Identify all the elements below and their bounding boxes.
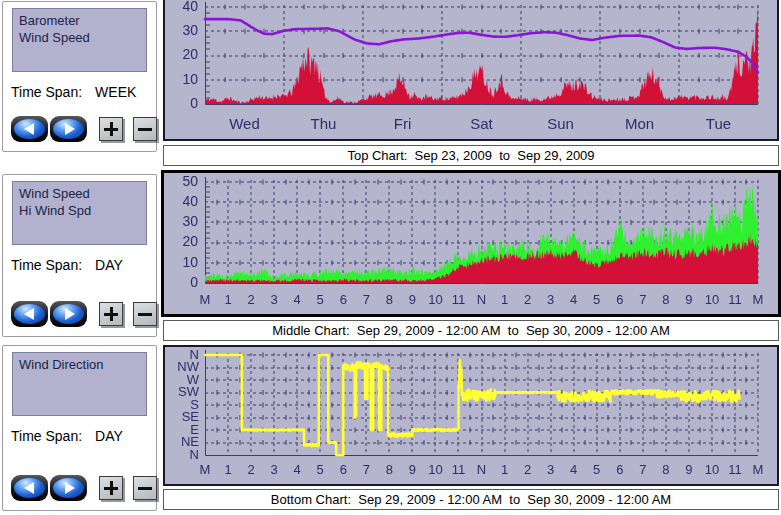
sensor-name: Wind Direction [19, 356, 140, 373]
chart-nav-buttons [11, 301, 157, 327]
timespan-row: Time Span:DAY [11, 428, 156, 444]
sensor-name: Wind Speed [19, 29, 140, 46]
chart-nav-buttons [11, 475, 157, 501]
minus-icon [138, 313, 152, 316]
sensor-legend-box[interactable]: Wind Speed Hi Wind Spd [12, 181, 147, 245]
sensor-name: Wind Speed [19, 185, 140, 202]
control-card-bottom-chart: Wind Direction Time Span:DAY [2, 345, 157, 511]
bottom-chart-winddirection[interactable] [163, 345, 779, 486]
scroll-right-button[interactable] [50, 116, 87, 142]
sensor-name: Hi Wind Spd [19, 202, 140, 219]
timespan-row: Time Span:WEEK [11, 84, 156, 100]
minus-icon [138, 487, 152, 490]
scroll-left-button[interactable] [11, 475, 48, 501]
sensor-legend-box[interactable]: Barometer Wind Speed [12, 8, 147, 72]
timespan-row: Time Span:DAY [11, 257, 156, 273]
scroll-left-button[interactable] [11, 116, 48, 142]
zoom-in-button[interactable] [99, 302, 123, 326]
right-arrow-icon [53, 478, 84, 498]
timespan-value: DAY [95, 257, 123, 273]
scroll-right-button[interactable] [50, 301, 87, 327]
left-arrow-icon [14, 304, 45, 324]
control-card-middle-chart: Wind Speed Hi Wind Spd Time Span:DAY [2, 174, 157, 337]
zoom-out-button[interactable] [133, 476, 157, 500]
middle-chart-canvas [164, 173, 778, 314]
left-arrow-icon [14, 478, 45, 498]
timespan-label: Time Span: [11, 257, 82, 273]
right-arrow-icon [53, 119, 84, 139]
top-chart-barometer-windspeed[interactable] [163, 0, 779, 141]
right-arrow-icon [53, 304, 84, 324]
scroll-right-button[interactable] [50, 475, 87, 501]
timespan-value: DAY [95, 428, 123, 444]
scroll-left-button[interactable] [11, 301, 48, 327]
timespan-label: Time Span: [11, 428, 82, 444]
sensor-legend-box[interactable]: Wind Direction [12, 352, 147, 416]
top-chart-caption: Top Chart: Sep 23, 2009 to Sep 29, 2009 [163, 145, 779, 166]
timespan-label: Time Span: [11, 84, 82, 100]
zoom-out-button[interactable] [133, 302, 157, 326]
bottom-chart-canvas [165, 347, 777, 484]
sensor-name: Barometer [19, 12, 140, 29]
chart-nav-buttons [11, 116, 157, 142]
left-arrow-icon [14, 119, 45, 139]
zoom-out-button[interactable] [133, 117, 157, 141]
zoom-in-button[interactable] [99, 117, 123, 141]
middle-chart-windspeed-selected[interactable] [161, 170, 781, 317]
control-card-top-chart: Barometer Wind Speed Time Span:WEEK [2, 1, 157, 152]
middle-chart-caption: Middle Chart: Sep 29, 2009 - 12:00 AM to… [163, 320, 779, 341]
bottom-chart-caption: Bottom Chart: Sep 29, 2009 - 12:00 AM to… [163, 489, 779, 510]
top-chart-canvas [165, 0, 777, 139]
timespan-value: WEEK [95, 84, 136, 100]
zoom-in-button[interactable] [99, 476, 123, 500]
minus-icon [138, 128, 152, 131]
